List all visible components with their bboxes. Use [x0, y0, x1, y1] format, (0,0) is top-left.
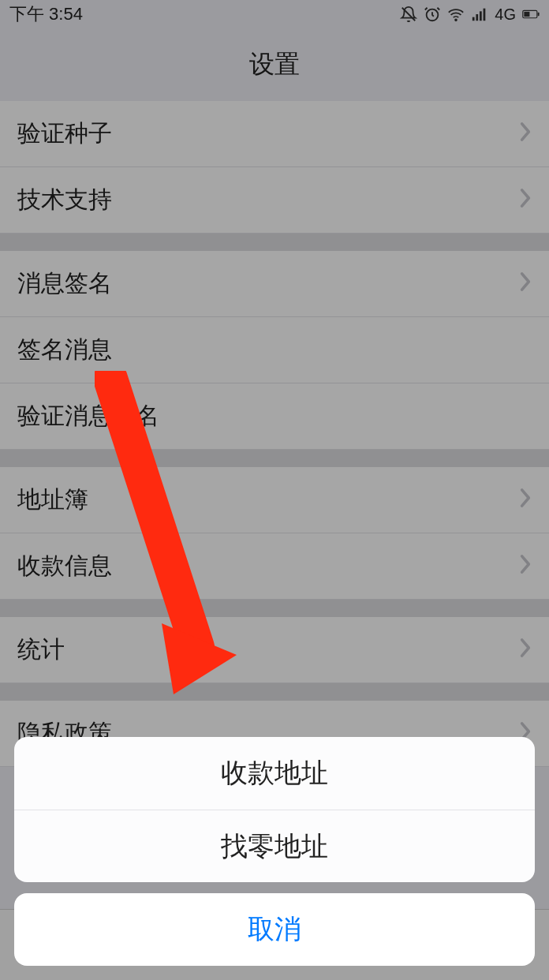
screen: 下午 3:54 4G 设置 验证种子技术支持消息签名签名消息验证消息签名地址簿收… — [0, 0, 549, 980]
action-option-receive-address[interactable]: 收款地址 — [14, 737, 535, 810]
action-sheet: 收款地址 找零地址 取消 — [14, 737, 535, 966]
action-option-label: 收款地址 — [221, 755, 328, 791]
action-option-change-address[interactable]: 找零地址 — [14, 810, 535, 882]
action-sheet-cancel[interactable]: 取消 — [14, 893, 535, 966]
action-sheet-cancel-wrap: 取消 — [14, 893, 535, 966]
action-sheet-options: 收款地址 找零地址 — [14, 737, 535, 882]
action-option-label: 找零地址 — [221, 829, 328, 865]
cancel-label: 取消 — [248, 911, 301, 948]
